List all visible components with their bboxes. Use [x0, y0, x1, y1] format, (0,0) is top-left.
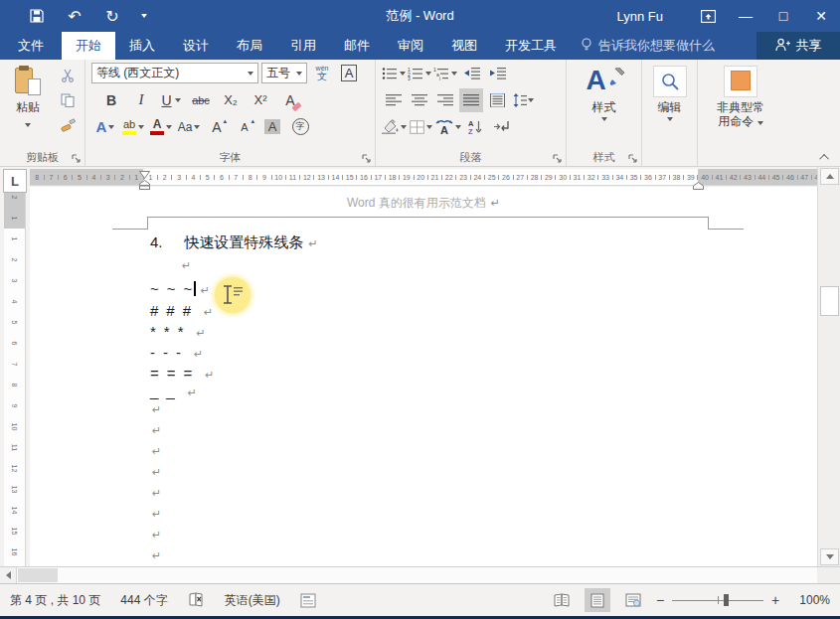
zoom-slider-thumb[interactable]	[724, 594, 729, 606]
customize-quick-access-icon[interactable]	[131, 0, 157, 32]
asian-layout-button[interactable]: A	[434, 115, 461, 139]
repeat-item: 1	[4, 208, 25, 229]
superscript-button[interactable]: X²	[249, 88, 272, 112]
print-layout-icon[interactable]	[585, 588, 610, 612]
line-spacing-button[interactable]	[511, 88, 535, 112]
zoom-level[interactable]: 100%	[789, 593, 832, 607]
bold-button[interactable]: B	[99, 88, 123, 112]
tab-stop-selector[interactable]: L	[3, 169, 27, 193]
increase-indent-button[interactable]	[485, 62, 509, 85]
clear-formatting-button[interactable]: A	[278, 88, 302, 112]
multilevel-list-button[interactable]: 1ai	[433, 62, 457, 85]
sort-button[interactable]: AZ	[463, 115, 487, 139]
grow-font-button[interactable]: A▴	[205, 115, 229, 139]
tab-developer[interactable]: 开发工具	[491, 32, 571, 60]
redo-icon[interactable]: ↻	[93, 0, 131, 32]
character-shading-button[interactable]: A	[260, 115, 284, 139]
strikethrough-button[interactable]: abc	[189, 88, 213, 112]
hanging-indent-marker[interactable]	[139, 179, 150, 193]
horizontal-scrollbar-thumb[interactable]	[18, 568, 58, 582]
tab-file[interactable]: 文件	[0, 32, 62, 60]
tab-layout[interactable]: 布局	[223, 32, 276, 60]
repeat-item: 29	[542, 169, 556, 185]
align-right-button[interactable]	[433, 88, 457, 112]
enclose-characters-button[interactable]: 字	[288, 115, 312, 139]
word-count[interactable]: 444 个字	[110, 592, 177, 609]
character-border-button[interactable]: A	[337, 62, 361, 85]
close-button[interactable]: ✕	[802, 0, 840, 32]
share-button[interactable]: 共享	[756, 32, 840, 60]
document-page[interactable]: Word 真的很有用示范文档↵ 4.快速设置特殊线条↵ ↵ ~~~↵ ###↵ …	[30, 187, 817, 566]
right-indent-marker[interactable]	[693, 179, 704, 193]
minimize-button[interactable]: —	[727, 0, 764, 32]
horizontal-scrollbar[interactable]	[0, 566, 817, 583]
numbering-button[interactable]: 123	[408, 62, 431, 85]
custom-commands-button[interactable]: 非典型常用命令	[698, 60, 783, 147]
underline-button[interactable]: U	[159, 88, 183, 112]
vertical-scrollbar-thumb[interactable]	[820, 286, 839, 316]
tab-home[interactable]: 开始	[62, 32, 115, 60]
align-center-button[interactable]	[408, 88, 431, 112]
read-mode-icon[interactable]	[549, 588, 575, 612]
scroll-up-icon[interactable]	[820, 168, 839, 185]
bullets-button[interactable]	[382, 62, 406, 85]
copy-icon[interactable]	[56, 90, 80, 110]
vertical-scrollbar[interactable]	[817, 167, 840, 566]
zoom-in-button[interactable]: +	[771, 592, 779, 608]
shading-button[interactable]	[382, 115, 407, 139]
repeat-item: 4	[186, 169, 200, 185]
repeat-item: 44	[755, 169, 768, 185]
change-case-button[interactable]: Aa	[177, 115, 201, 139]
document-area[interactable]: Word 真的很有用示范文档↵ 4.快速设置特殊线条↵ ↵ ~~~↵ ###↵ …	[30, 187, 817, 566]
text-highlight-button[interactable]: ab	[121, 115, 145, 139]
macro-record-icon[interactable]	[290, 593, 326, 608]
tab-view[interactable]: 视图	[437, 32, 491, 60]
styles-dialog-launcher-icon[interactable]	[628, 154, 638, 164]
editing-button[interactable]: 编辑	[642, 60, 697, 147]
vertical-ruler[interactable]: 21 12345678910111213141516	[4, 187, 26, 566]
web-layout-icon[interactable]	[620, 588, 646, 612]
text-effects-button[interactable]: A	[93, 115, 117, 139]
repeat-item: 8	[30, 169, 44, 185]
zoom-slider[interactable]	[672, 593, 763, 607]
italic-button[interactable]: I	[129, 88, 153, 112]
font-size-combobox[interactable]: 五号	[261, 63, 307, 83]
font-color-button[interactable]: A	[149, 115, 173, 139]
paste-button[interactable]: 粘贴	[6, 66, 50, 130]
phonetic-guide-button[interactable]: wén文	[310, 62, 334, 85]
cut-icon[interactable]	[56, 66, 80, 85]
shrink-font-button[interactable]: A▴	[233, 115, 256, 139]
ribbon-display-options-icon[interactable]	[689, 0, 727, 32]
repeat-item: 6	[215, 169, 229, 185]
collapse-ribbon-icon[interactable]	[818, 152, 832, 162]
borders-button[interactable]	[409, 115, 432, 139]
proofing-status-icon[interactable]	[178, 592, 215, 608]
clipboard-dialog-launcher-icon[interactable]	[72, 154, 82, 164]
font-dialog-launcher-icon[interactable]	[362, 154, 372, 164]
paragraph-dialog-launcher-icon[interactable]	[553, 154, 563, 164]
distribute-button[interactable]	[485, 88, 509, 112]
subscript-button[interactable]: X₂	[219, 88, 243, 112]
tab-design[interactable]: 设计	[169, 32, 223, 60]
scroll-left-icon[interactable]	[0, 567, 17, 583]
styles-button[interactable]: A 样式	[567, 60, 641, 147]
format-painter-icon[interactable]	[56, 115, 80, 135]
tab-review[interactable]: 审阅	[384, 32, 437, 60]
scroll-down-icon[interactable]	[820, 548, 839, 565]
tab-references[interactable]: 引用	[276, 32, 330, 60]
align-left-button[interactable]	[382, 88, 406, 112]
page-indicator[interactable]: 第 4 页 , 共 10 页	[0, 592, 110, 609]
tab-mailings[interactable]: 邮件	[330, 32, 384, 60]
show-hide-marks-button[interactable]	[489, 115, 513, 139]
undo-icon[interactable]: ↶	[56, 0, 93, 32]
language-indicator[interactable]: 英语(美国)	[215, 592, 290, 609]
tab-insert[interactable]: 插入	[115, 32, 169, 60]
font-name-combobox[interactable]: 等线 (西文正文)	[91, 63, 258, 83]
zoom-out-button[interactable]: −	[656, 592, 664, 608]
tell-me-box[interactable]: 告诉我你想要做什么	[571, 32, 725, 60]
mouse-click-highlight	[215, 277, 251, 313]
maximize-button[interactable]: □	[764, 0, 802, 32]
save-icon[interactable]	[18, 0, 56, 32]
justify-button[interactable]	[459, 88, 483, 112]
decrease-indent-button[interactable]	[459, 62, 483, 85]
